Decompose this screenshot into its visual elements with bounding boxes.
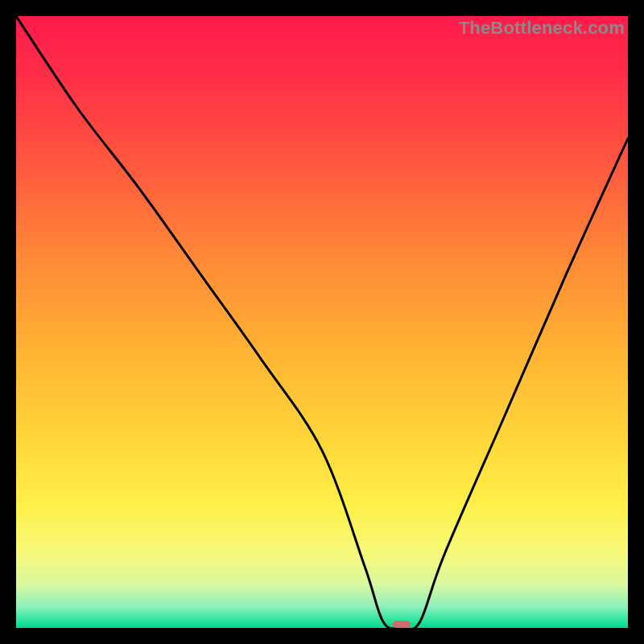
chart-svg xyxy=(16,16,628,628)
plot-area: TheBottleneck.com xyxy=(16,16,628,628)
chart-background xyxy=(16,16,628,628)
chart-frame: TheBottleneck.com xyxy=(0,0,644,644)
marker-pill xyxy=(392,621,411,628)
